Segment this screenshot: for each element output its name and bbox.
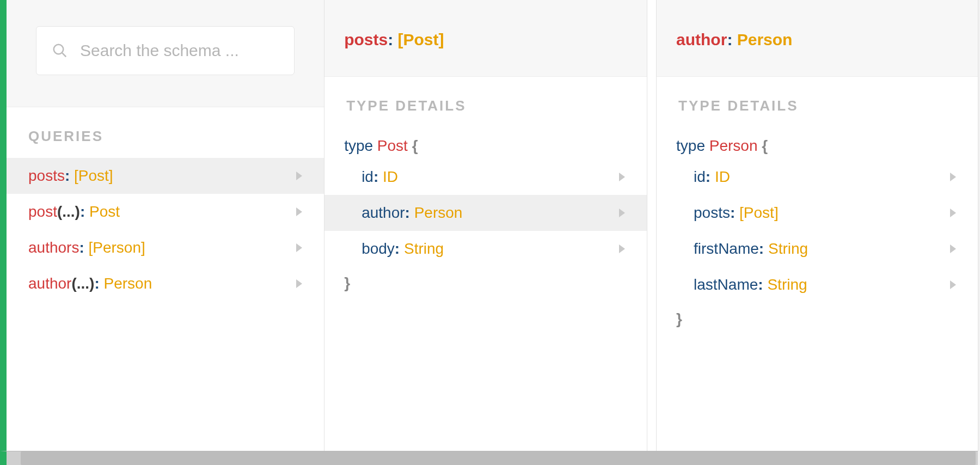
chevron-right-icon <box>296 243 302 252</box>
colon: : <box>79 239 88 256</box>
field-name: author <box>362 204 405 221</box>
type-keyword: type <box>676 137 705 154</box>
header-field-name: author <box>676 30 727 48</box>
chevron-right-icon <box>950 173 956 181</box>
colon: : <box>80 203 89 220</box>
type-keyword: type <box>344 137 373 154</box>
field-type: ID <box>383 168 398 185</box>
type-declaration: type Post { <box>324 127 647 159</box>
chevron-right-icon <box>296 279 302 288</box>
query-item-label: post(...): Post <box>28 203 120 221</box>
search-input[interactable] <box>80 41 279 60</box>
field-label: lastName: String <box>694 276 807 293</box>
field-row-posts[interactable]: posts: [Post] <box>657 195 978 231</box>
colon: : <box>395 240 404 257</box>
open-brace: { <box>412 137 418 154</box>
query-item-authors[interactable]: authors: [Person] <box>7 230 324 266</box>
field-row-id[interactable]: id: ID <box>324 159 647 195</box>
field-name: lastName <box>694 276 758 293</box>
field-label: id: ID <box>362 168 398 186</box>
colon: : <box>65 167 74 184</box>
field-name: body <box>362 240 395 257</box>
chevron-right-icon <box>950 280 956 289</box>
colon: : <box>758 276 767 293</box>
field-label: firstName: String <box>694 240 808 258</box>
chevron-right-icon <box>296 172 302 180</box>
header-type: Person <box>737 30 793 48</box>
type-panel-person: author: Person TYPE DETAILS type Person … <box>657 0 978 451</box>
query-name: post <box>28 203 57 220</box>
query-return-type: Person <box>104 275 152 292</box>
header-colon: : <box>388 30 397 48</box>
field-label: posts: [Post] <box>694 204 779 222</box>
query-item-label: author(...): Person <box>28 275 152 292</box>
query-name: authors <box>28 239 79 256</box>
type-details-label: TYPE DETAILS <box>324 77 647 127</box>
open-brace: { <box>762 137 768 154</box>
chevron-right-icon <box>296 207 302 216</box>
scrollbar-thumb[interactable] <box>21 451 976 465</box>
close-brace: } <box>657 303 978 335</box>
sidebar: QUERIES posts: [Post]post(...): Postauth… <box>7 0 324 451</box>
query-args: (...) <box>57 203 80 220</box>
chevron-right-icon <box>619 173 625 181</box>
query-item-posts[interactable]: posts: [Post] <box>7 158 324 194</box>
header-field-name: posts <box>344 30 388 48</box>
field-type: String <box>767 276 807 293</box>
field-label: author: Person <box>362 204 462 222</box>
query-name: posts <box>28 167 65 184</box>
type-name: Person <box>709 137 758 154</box>
horizontal-scrollbar[interactable] <box>0 451 978 465</box>
search-area <box>7 0 324 107</box>
field-name: firstName <box>694 240 759 257</box>
field-list: id: IDauthor: Personbody: String <box>324 159 647 267</box>
svg-line-1 <box>62 53 66 57</box>
schema-explorer: QUERIES posts: [Post]post(...): Postauth… <box>0 0 978 451</box>
field-type: [Post] <box>739 204 779 221</box>
query-args: (...) <box>71 275 94 292</box>
field-row-author[interactable]: author: Person <box>324 195 647 231</box>
field-row-body[interactable]: body: String <box>324 231 647 267</box>
field-row-lastName[interactable]: lastName: String <box>657 267 978 303</box>
type-panel-post: posts: [Post] TYPE DETAILS type Post { i… <box>324 0 647 451</box>
colon: : <box>373 168 383 185</box>
colon: : <box>706 168 715 185</box>
query-item-label: authors: [Person] <box>28 239 145 256</box>
panel-header: posts: [Post] <box>324 0 647 77</box>
type-details-label: TYPE DETAILS <box>657 77 978 127</box>
field-name: id <box>362 168 373 185</box>
close-brace: } <box>324 267 647 299</box>
field-row-id[interactable]: id: ID <box>657 159 978 195</box>
colon: : <box>730 204 739 221</box>
colon: : <box>94 275 103 292</box>
colon: : <box>405 204 414 221</box>
field-type: Person <box>414 204 463 221</box>
field-list: id: IDposts: [Post]firstName: Stringlast… <box>657 159 978 303</box>
type-body: type Post { id: IDauthor: Personbody: St… <box>324 127 647 299</box>
chevron-right-icon <box>619 209 625 217</box>
search-icon <box>52 42 68 59</box>
query-list: posts: [Post]post(...): Postauthors: [Pe… <box>7 158 324 302</box>
svg-point-0 <box>54 45 64 54</box>
field-label: id: ID <box>694 168 730 186</box>
header-type: [Post] <box>397 30 444 48</box>
field-type: String <box>404 240 444 257</box>
query-name: author <box>28 275 71 292</box>
query-return-type: [Person] <box>89 239 145 256</box>
chevron-right-icon <box>619 244 625 253</box>
field-name: posts <box>694 204 730 221</box>
field-label: body: String <box>362 240 444 258</box>
chevron-right-icon <box>950 209 956 217</box>
query-item-post[interactable]: post(...): Post <box>7 194 324 230</box>
query-item-label: posts: [Post] <box>28 167 113 185</box>
chevron-right-icon <box>950 244 956 253</box>
field-type: String <box>768 240 808 257</box>
field-row-firstName[interactable]: firstName: String <box>657 231 978 267</box>
type-declaration: type Person { <box>657 127 978 159</box>
query-return-type: Post <box>89 203 120 220</box>
search-box[interactable] <box>36 26 295 75</box>
type-name: Post <box>377 137 408 154</box>
field-name: id <box>694 168 706 185</box>
query-return-type: [Post] <box>74 167 113 184</box>
query-item-author[interactable]: author(...): Person <box>7 266 324 302</box>
